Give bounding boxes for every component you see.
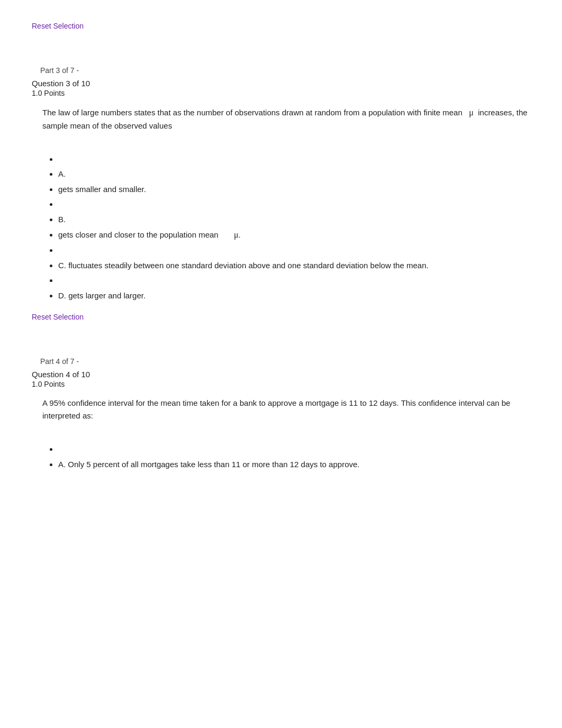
list-item[interactable]: C. fluctuates steadily between one stand… — [58, 260, 530, 272]
points-label-4: 1.0 Points — [32, 380, 530, 388]
list-item — [58, 244, 530, 257]
list-item[interactable]: B. — [58, 214, 530, 226]
mu-symbol-3: μ — [469, 108, 474, 117]
list-item[interactable]: gets smaller and smaller. — [58, 184, 530, 196]
reset-section-bottom: Reset Selection — [32, 312, 530, 325]
list-item[interactable]: gets closer and closer to the population… — [58, 229, 530, 241]
question-text-3: The law of large numbers states that as … — [42, 106, 530, 132]
reset-selection-button-1[interactable]: Reset Selection — [32, 22, 84, 30]
answer-list-3: A. gets smaller and smaller. B. gets clo… — [32, 153, 530, 302]
mu-symbol-b: μ — [234, 230, 239, 239]
list-item[interactable]: A. Only 5 percent of all mortgages take … — [58, 459, 530, 471]
reset-section-top: Reset Selection — [32, 21, 530, 34]
list-item — [58, 443, 530, 456]
list-item[interactable]: D. gets larger and larger. — [58, 290, 530, 302]
list-item — [58, 153, 530, 166]
part-label-3: Part 3 of 7 - — [32, 66, 530, 75]
list-item — [58, 198, 530, 211]
part-label-4: Part 4 of 7 - — [32, 357, 530, 366]
question-text-4: A 95% confidence interval for the mean t… — [42, 397, 530, 422]
question-block-4: Part 4 of 7 - Question 4 of 10 1.0 Point… — [32, 357, 530, 470]
question-number-4: Question 4 of 10 — [32, 370, 530, 379]
reset-selection-button-2[interactable]: Reset Selection — [32, 313, 84, 321]
list-item[interactable]: A. — [58, 168, 530, 180]
question-text-3-part1: The law of large numbers states that as … — [42, 108, 463, 117]
question-number-3: Question 3 of 10 — [32, 79, 530, 88]
list-item — [58, 275, 530, 287]
points-label-3: 1.0 Points — [32, 89, 530, 97]
question-block-3: Part 3 of 7 - Question 3 of 10 1.0 Point… — [32, 66, 530, 302]
page-container: Reset Selection Part 3 of 7 - Question 3… — [0, 0, 562, 502]
answer-list-4: A. Only 5 percent of all mortgages take … — [32, 443, 530, 470]
